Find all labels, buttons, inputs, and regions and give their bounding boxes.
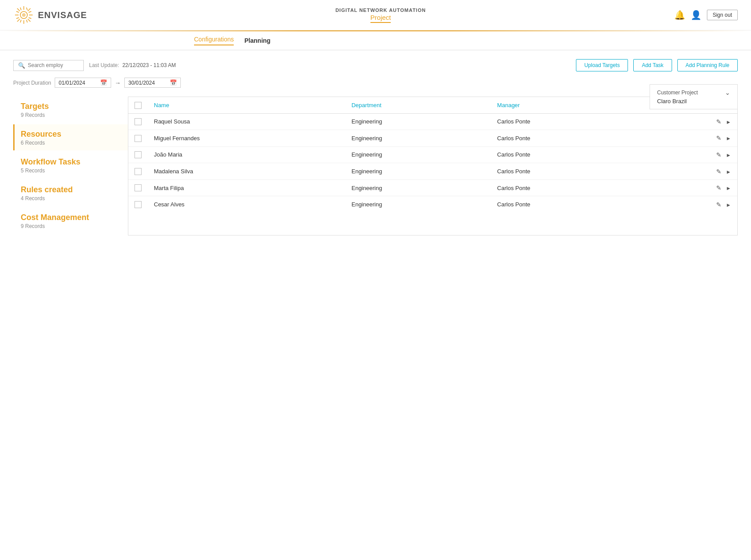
expand-icon-5[interactable]: ► [726,202,731,208]
expand-icon-0[interactable]: ► [726,119,731,125]
svg-line-15 [26,7,27,10]
row-actions-4: ✎ ► [645,179,737,196]
project-duration-label: Project Duration [13,80,51,86]
row-department-5: Engineering [345,196,491,213]
row-name-3: Madalena Silva [148,163,345,180]
row-manager-5: Carlos Ponte [491,196,645,213]
project-duration: Project Duration 📅 → 📅 [13,78,738,88]
row-checkbox-5[interactable] [135,201,142,208]
svg-line-8 [20,7,21,10]
expand-icon-2[interactable]: ► [726,152,731,158]
resources-table: Name Department Manager Raquel Sousa Eng… [128,97,737,213]
last-update-label: Last Update: [89,62,119,68]
search-box: 🔍 [13,60,84,71]
sidebar-item-rules-created-sub: 4 Records [21,195,122,202]
col-header-name[interactable]: Name [148,97,345,113]
last-update: Last Update: 22/12/2023 - 11:03 AM [89,62,176,68]
table-row: Madalena Silva Engineering Carlos Ponte … [128,163,737,180]
content-area: Targets 9 Records Resources 6 Records Wo… [13,97,738,235]
row-department-3: Engineering [345,163,491,180]
last-update-value: 22/12/2023 - 11:03 AM [122,62,176,68]
svg-point-17 [22,13,26,17]
sidebar-item-targets-title: Targets [21,102,122,111]
tab-configurations[interactable]: Configurations [194,36,234,45]
table-header-row: Name Department Manager [128,97,737,113]
sidebar-item-cost-management-sub: 9 Records [21,223,122,229]
sidebar-item-rules-created[interactable]: Rules created 4 Records [13,180,128,206]
row-manager-0: Carlos Ponte [491,113,645,130]
start-calendar-icon[interactable]: 📅 [100,79,107,86]
chevron-down-icon[interactable]: ⌄ [725,89,730,96]
header-right: 🔔 👤 Sign out [674,10,738,20]
logo-text: ENVISAGE [38,10,87,20]
row-checkbox-0[interactable] [135,118,142,125]
col-header-department[interactable]: Department [345,97,491,113]
expand-icon-1[interactable]: ► [726,135,731,142]
sidebar-item-targets[interactable]: Targets 9 Records [13,97,128,123]
app-title[interactable]: Project [370,14,391,23]
row-check-cell [128,196,148,213]
table-row: João Maria Engineering Carlos Ponte ✎ ► [128,146,737,163]
svg-line-6 [28,8,30,11]
row-check-cell [128,179,148,196]
edit-icon-2[interactable]: ✎ [716,151,721,158]
sidebar-item-workflow-tasks[interactable]: Workflow Tasks 5 Records [13,152,128,178]
row-manager-4: Carlos Ponte [491,179,645,196]
header: ENVISAGE DIGITAL NETWORK AUTOMATION Proj… [0,0,751,30]
select-all-checkbox[interactable] [135,102,142,109]
add-planning-rule-button[interactable]: Add Planning Rule [677,59,738,71]
row-checkbox-4[interactable] [135,184,142,191]
end-calendar-icon[interactable]: 📅 [170,79,177,86]
edit-icon-0[interactable]: ✎ [716,118,721,125]
add-task-button[interactable]: Add Task [633,59,672,71]
edit-icon-4[interactable]: ✎ [716,184,721,191]
edit-icon-5[interactable]: ✎ [716,201,721,208]
row-checkbox-1[interactable] [135,135,142,142]
edit-icon-3[interactable]: ✎ [716,168,721,175]
row-actions-5: ✎ ► [645,196,737,213]
svg-line-13 [29,11,31,12]
customer-panel-value: Claro Brazil [657,98,730,105]
row-actions-0: ✎ ► [645,113,737,130]
sidebar-item-resources-sub: 6 Records [21,140,122,146]
customer-panel-label: Customer Project [657,90,698,96]
row-department-0: Engineering [345,113,491,130]
signout-button[interactable]: Sign out [707,10,738,20]
sidebar-item-cost-management-title: Cost Management [21,213,122,222]
toolbar: 🔍 Last Update: 22/12/2023 - 11:03 AM Upl… [13,59,738,71]
sidebar-item-resources[interactable]: Resources 6 Records [13,124,128,150]
start-date-input[interactable] [59,80,98,86]
customer-panel-header: Customer Project ⌄ [657,89,730,96]
user-icon[interactable]: 👤 [691,10,702,20]
expand-icon-3[interactable]: ► [726,169,731,175]
search-icon: 🔍 [18,62,25,69]
sidebar-item-cost-management[interactable]: Cost Management 9 Records [13,208,128,234]
svg-line-11 [29,18,31,19]
col-header-manager[interactable]: Manager [491,97,645,113]
svg-line-12 [16,18,19,19]
start-date-input-wrap: 📅 [55,78,111,88]
row-department-2: Engineering [345,146,491,163]
end-date-input[interactable] [128,80,168,86]
tab-planning[interactable]: Planning [244,37,270,44]
sidebar-item-targets-sub: 9 Records [21,112,122,118]
bell-icon[interactable]: 🔔 [674,10,685,20]
main: 🔍 Last Update: 22/12/2023 - 11:03 AM Upl… [0,50,751,244]
upload-targets-button[interactable]: Upload Targets [576,59,628,71]
row-checkbox-3[interactable] [135,168,142,175]
edit-icon-1[interactable]: ✎ [716,134,721,142]
row-checkbox-2[interactable] [135,151,142,158]
customer-panel: Customer Project ⌄ Claro Brazil [650,84,738,109]
sidebar: Targets 9 Records Resources 6 Records Wo… [13,97,128,235]
end-date-input-wrap: 📅 [124,78,181,88]
row-name-4: Marta Filipa [148,179,345,196]
arrow-icon: → [115,79,121,86]
svg-line-4 [17,8,20,11]
search-input[interactable] [28,62,76,68]
expand-icon-4[interactable]: ► [726,185,731,191]
svg-line-10 [16,11,19,12]
row-name-1: Miguel Fernandes [148,130,345,147]
row-check-cell [128,163,148,180]
table-row: Raquel Sousa Engineering Carlos Ponte ✎ … [128,113,737,130]
row-manager-3: Carlos Ponte [491,163,645,180]
